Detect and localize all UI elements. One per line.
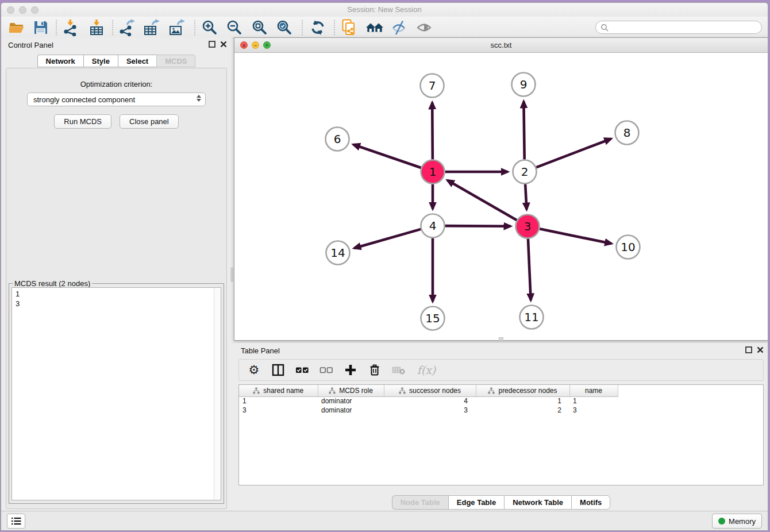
delete-table-button[interactable] bbox=[392, 363, 406, 377]
node-6[interactable]: 6 bbox=[326, 128, 349, 151]
column-header-name[interactable]: name bbox=[569, 385, 618, 396]
node-2[interactable]: 2 bbox=[513, 160, 537, 184]
panel-splitter-handle[interactable] bbox=[230, 267, 233, 282]
cell[interactable]: 3 bbox=[569, 406, 618, 415]
gear-icon: ⚙ bbox=[249, 364, 260, 376]
column-label: name bbox=[585, 387, 602, 395]
node-table-container: shared nameMCDS rolesuccessor nodesprede… bbox=[238, 384, 764, 485]
trash-icon bbox=[368, 364, 381, 376]
node-15[interactable]: 15 bbox=[421, 307, 445, 330]
node-10[interactable]: 10 bbox=[617, 236, 640, 259]
select-all-button[interactable] bbox=[295, 363, 309, 377]
apply-layout-button[interactable] bbox=[309, 19, 326, 36]
deselect-all-button[interactable] bbox=[319, 363, 333, 377]
node-3[interactable]: 3 bbox=[516, 215, 540, 238]
close-panel-button[interactable]: Close panel bbox=[120, 114, 179, 129]
node-11[interactable]: 11 bbox=[520, 306, 544, 329]
canvas-scroll-thumb[interactable] bbox=[499, 337, 503, 341]
tab-network-table[interactable]: Network Table bbox=[504, 495, 571, 510]
result-scrollbar[interactable] bbox=[214, 288, 221, 500]
tab-edge-table[interactable]: Edge Table bbox=[448, 495, 504, 510]
cell[interactable]: 2 bbox=[476, 406, 569, 415]
mcds-result-lines: 13 bbox=[12, 288, 221, 309]
columns-icon bbox=[272, 364, 284, 376]
network-window-titlebar[interactable]: x – + scc.txt bbox=[234, 38, 768, 53]
tab-select[interactable]: Select bbox=[118, 55, 156, 67]
open-session-button[interactable] bbox=[8, 19, 25, 36]
mcds-result-textarea[interactable]: 13 bbox=[11, 287, 221, 500]
node-14[interactable]: 14 bbox=[326, 241, 350, 265]
hide-selected-button[interactable] bbox=[391, 19, 408, 36]
home-button[interactable] bbox=[365, 19, 383, 36]
cell[interactable]: dominator bbox=[318, 406, 384, 415]
cell[interactable]: dominator bbox=[318, 396, 384, 406]
cell[interactable]: 3 bbox=[384, 406, 476, 415]
edge-3-10[interactable] bbox=[540, 229, 611, 244]
edge-3-1[interactable] bbox=[448, 180, 517, 221]
edge-4-14[interactable] bbox=[354, 229, 421, 248]
table-row[interactable]: 1dominator411 bbox=[239, 396, 618, 406]
network-canvas[interactable]: 7968124314101511 bbox=[234, 53, 768, 340]
zoom-selected-button[interactable] bbox=[276, 19, 293, 36]
show-columns-button[interactable] bbox=[271, 363, 285, 377]
node-4[interactable]: 4 bbox=[421, 214, 445, 238]
memory-button[interactable]: Memory bbox=[712, 514, 762, 529]
close-panel-icon[interactable] bbox=[220, 41, 227, 48]
show-all-button[interactable] bbox=[416, 19, 433, 36]
zoom-in-button[interactable] bbox=[201, 19, 218, 36]
tab-style[interactable]: Style bbox=[83, 55, 118, 67]
export-image-button[interactable] bbox=[168, 19, 186, 36]
table-toolbar: ⚙ bbox=[238, 359, 764, 381]
zoom-fit-button[interactable] bbox=[251, 19, 268, 36]
edge-4-3[interactable] bbox=[445, 226, 510, 226]
cell[interactable]: 3 bbox=[239, 406, 318, 415]
show-panels-button[interactable] bbox=[7, 514, 25, 529]
run-mcds-button[interactable]: Run MCDS bbox=[54, 114, 111, 129]
column-header-shared-name[interactable]: shared name bbox=[239, 385, 318, 396]
edge-2-9[interactable] bbox=[523, 101, 524, 159]
column-header-successor-nodes[interactable]: successor nodes bbox=[384, 385, 476, 396]
new-network-button[interactable] bbox=[341, 19, 358, 36]
mcds-result-line: 3 bbox=[16, 299, 221, 309]
tab-mcds[interactable]: MCDS bbox=[156, 55, 195, 67]
cell[interactable]: 1 bbox=[239, 396, 318, 406]
close-table-panel-icon[interactable] bbox=[757, 346, 764, 353]
export-network-button[interactable] bbox=[118, 19, 136, 36]
cell[interactable]: 1 bbox=[476, 396, 569, 406]
column-header-mcds-role[interactable]: MCDS role bbox=[318, 385, 384, 396]
edge-2-3[interactable] bbox=[525, 184, 526, 209]
zoom-out-button[interactable] bbox=[226, 19, 243, 36]
node-table[interactable]: shared nameMCDS rolesuccessor nodesprede… bbox=[239, 385, 618, 415]
delete-column-button[interactable] bbox=[368, 363, 382, 377]
import-network-button[interactable] bbox=[62, 19, 79, 36]
edge-2-8[interactable] bbox=[536, 139, 611, 168]
node-label-7: 7 bbox=[429, 79, 436, 92]
tab-motifs[interactable]: Motifs bbox=[571, 495, 610, 510]
column-header-predecessor-nodes[interactable]: predecessor nodes bbox=[476, 385, 569, 396]
float-table-panel-icon[interactable] bbox=[745, 346, 752, 353]
import-table-button[interactable] bbox=[88, 19, 105, 36]
cell[interactable]: 4 bbox=[384, 396, 476, 406]
edge-1-7[interactable] bbox=[432, 102, 433, 159]
tab-network[interactable]: Network bbox=[37, 55, 83, 67]
cell[interactable]: 1 bbox=[569, 396, 618, 406]
node-8[interactable]: 8 bbox=[615, 121, 639, 145]
node-9[interactable]: 9 bbox=[512, 73, 536, 97]
function-builder-button[interactable]: f(x) bbox=[416, 363, 437, 377]
node-1[interactable]: 1 bbox=[421, 160, 445, 184]
float-panel-icon[interactable] bbox=[209, 41, 215, 48]
table-row[interactable]: 3dominator323 bbox=[239, 406, 618, 415]
save-session-button[interactable] bbox=[32, 19, 49, 36]
search-input[interactable] bbox=[595, 21, 762, 34]
mcds-tab-content: Optimization criterion: strongly connect… bbox=[6, 68, 227, 509]
edge-3-11[interactable] bbox=[528, 238, 531, 300]
mcds-result-line: 1 bbox=[16, 289, 221, 299]
export-table-button[interactable] bbox=[143, 19, 160, 36]
tab-node-table[interactable]: Node Table bbox=[392, 495, 448, 510]
edge-1-6[interactable] bbox=[353, 145, 421, 168]
add-column-button[interactable] bbox=[344, 363, 357, 377]
selected-criterion: strongly connected component bbox=[33, 95, 135, 104]
optimization-criterion-select[interactable]: strongly connected component bbox=[27, 92, 206, 106]
node-7[interactable]: 7 bbox=[421, 74, 444, 98]
table-settings-button[interactable]: ⚙ bbox=[247, 363, 261, 377]
